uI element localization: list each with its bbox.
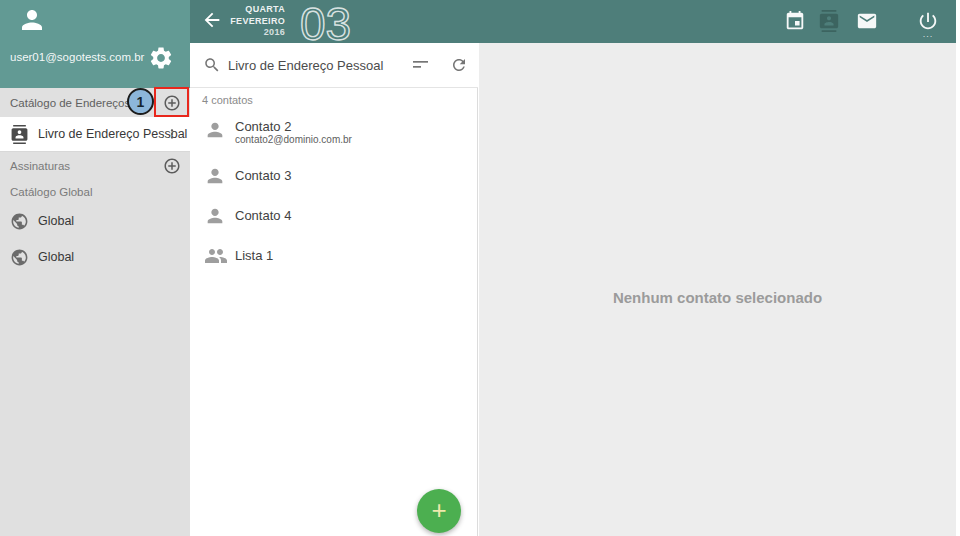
globe-icon — [10, 212, 29, 231]
annotation-step-badge: 1 — [127, 88, 154, 115]
mail-icon[interactable] — [856, 10, 878, 32]
global-item-label: Global — [38, 214, 74, 228]
more-options-icon[interactable] — [165, 126, 179, 142]
add-subscription-button[interactable] — [163, 157, 181, 175]
user-email: user01@sogotests.com.br — [10, 51, 144, 63]
sort-icon[interactable] — [412, 57, 430, 73]
topbar: QUARTA FEVEREIRO 2016 03 ... — [190, 0, 956, 43]
sogo-addressbook-app: user01@sogotests.com.br Catálogo de Ende… — [0, 0, 956, 536]
contact-name: Contato 3 — [235, 168, 291, 183]
group-icon — [204, 244, 228, 268]
contact-row-contato3[interactable]: Contato 3 — [190, 159, 478, 197]
address-catalog-label: Catálogo de Endereços — [10, 97, 130, 109]
contact-name: Contato 2 — [235, 119, 291, 134]
global-item-label: Global — [38, 250, 74, 264]
contact-row-contato4[interactable]: Contato 4 — [190, 199, 478, 237]
sidebar-item-global-1[interactable]: Global — [0, 204, 190, 238]
sidebar-item-personal-addressbook[interactable]: Livro de Endereço Pessoal — [0, 117, 190, 152]
date-block: QUARTA FEVEREIRO 2016 — [190, 4, 285, 39]
date-year: 2016 — [190, 27, 285, 39]
user-avatar-icon — [17, 5, 47, 35]
plus-icon: + — [431, 497, 446, 523]
date-month: FEVEREIRO — [190, 16, 285, 28]
add-contact-fab[interactable]: + — [417, 489, 461, 533]
svg-text:03: 03 — [300, 1, 351, 45]
annotation-highlight-box — [154, 87, 189, 117]
settings-gear-icon[interactable] — [148, 45, 174, 71]
contact-row-lista1[interactable]: Lista 1 — [190, 238, 478, 276]
sidebar: user01@sogotests.com.br Catálogo de Ende… — [0, 0, 190, 536]
date-day-number: 03 — [298, 1, 360, 45]
contact-detail-panel: Nenhum contato selecionado — [479, 43, 956, 536]
person-icon — [204, 119, 226, 141]
subscriptions-label: Assinaturas — [10, 160, 70, 172]
calendar-icon[interactable] — [784, 10, 806, 32]
sidebar-item-global-2[interactable]: Global — [0, 240, 190, 274]
power-menu-dots: ... — [920, 32, 936, 36]
global-catalog-section-header: Catálogo Global — [0, 180, 190, 204]
contact-count: 4 contatos — [202, 94, 253, 106]
person-icon — [204, 205, 226, 227]
search-input[interactable] — [228, 55, 398, 75]
date-weekday: QUARTA — [190, 4, 285, 16]
globe-icon — [10, 248, 29, 267]
person-icon — [204, 165, 226, 187]
contact-name: Contato 4 — [235, 208, 291, 223]
contact-email: contato2@dominio.com.br — [235, 134, 352, 145]
empty-state-message: Nenhum contato selecionado — [479, 289, 956, 306]
contact-row-contato2[interactable]: Contato 2 contato2@dominio.com.br — [190, 112, 478, 150]
search-icon — [203, 56, 221, 74]
contact-list-panel: 4 contatos Contato 2 contato2@dominio.co… — [190, 43, 478, 536]
sidebar-user-header: user01@sogotests.com.br — [0, 0, 190, 88]
contact-name: Lista 1 — [235, 248, 273, 263]
contacts-icon-active[interactable] — [818, 10, 840, 32]
refresh-icon[interactable] — [450, 56, 468, 74]
addressbook-icon — [10, 125, 29, 144]
global-catalog-label: Catálogo Global — [10, 186, 92, 198]
annotation-step-number: 1 — [137, 94, 145, 110]
search-bar — [190, 43, 478, 88]
subscriptions-section-header: Assinaturas — [0, 152, 190, 180]
